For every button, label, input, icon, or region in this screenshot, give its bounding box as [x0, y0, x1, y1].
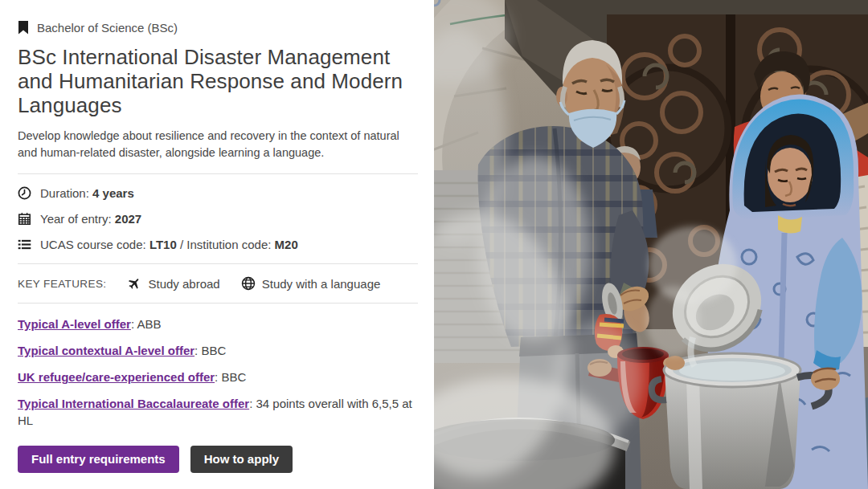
- ucas-code-row: UCAS course code: LT10 / Institution cod…: [18, 238, 418, 251]
- course-summary-panel: Bachelor of Science (BSc) BSc Internatio…: [0, 0, 434, 489]
- alevel-offer-value: : ABB: [131, 317, 162, 331]
- degree-type-row: Bachelor of Science (BSc): [18, 21, 418, 35]
- ib-offer-row: Typical International Baccalaureate offe…: [18, 395, 418, 429]
- contextual-offer-row: Typical contextual A-level offer: BBC: [18, 342, 418, 359]
- ib-offer-link[interactable]: Typical International Baccalaureate offe…: [18, 397, 249, 410]
- page-title: BSc International Disaster Management an…: [18, 45, 408, 117]
- degree-type-label: Bachelor of Science (BSc): [37, 21, 178, 35]
- refugee-offer-link[interactable]: UK refugee/care-experienced offer: [18, 370, 215, 384]
- divider: [18, 303, 418, 304]
- key-features-label: KEY FEATURES:: [18, 278, 106, 290]
- clock-icon: [18, 186, 31, 200]
- year-of-entry-text: Year of entry: 2027: [40, 212, 141, 226]
- calendar-icon: [18, 212, 31, 226]
- feature-study-abroad: Study abroad: [127, 276, 219, 291]
- divider: [18, 263, 418, 264]
- contextual-offer-value: : BBC: [194, 344, 226, 357]
- plane-icon: [127, 276, 141, 291]
- list-icon: [18, 238, 31, 251]
- refugee-offer-value: : BBC: [215, 370, 246, 384]
- course-photo: [434, 0, 868, 489]
- ucas-code-text: UCAS course code: LT10 / Institution cod…: [40, 238, 298, 251]
- full-entry-requirements-button[interactable]: Full entry requirements: [18, 446, 179, 473]
- globe-icon: [241, 276, 256, 291]
- refugee-offer-row: UK refugee/care-experienced offer: BBC: [18, 369, 418, 385]
- alevel-offer-row: Typical A-level offer: ABB: [18, 316, 418, 332]
- duration-text: Duration: 4 years: [40, 186, 134, 200]
- feature-study-language: Study with a language: [241, 276, 381, 291]
- action-buttons: Full entry requirements How to apply: [18, 446, 418, 473]
- key-features-row: KEY FEATURES: Study abroad Study with a …: [18, 276, 418, 291]
- feature-study-language-label: Study with a language: [262, 277, 381, 291]
- contextual-offer-link[interactable]: Typical contextual A-level offer: [18, 344, 194, 357]
- alevel-offer-link[interactable]: Typical A-level offer: [18, 317, 131, 331]
- duration-row: Duration: 4 years: [18, 186, 418, 200]
- course-description: Develop knowledge about resilience and r…: [18, 128, 418, 161]
- bookmark-icon: [18, 21, 29, 35]
- how-to-apply-button[interactable]: How to apply: [190, 446, 293, 473]
- year-of-entry-row: Year of entry: 2027: [18, 212, 418, 226]
- divider: [18, 173, 418, 174]
- feature-study-abroad-label: Study abroad: [148, 277, 219, 291]
